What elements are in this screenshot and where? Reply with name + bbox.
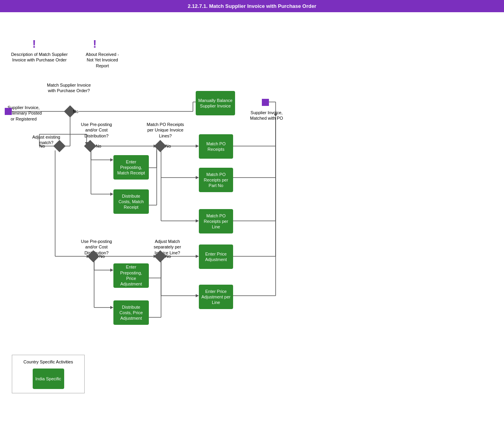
- adjust-separately-label: Adjust Match separately per Invoice Line…: [148, 239, 187, 256]
- svg-marker-33: [196, 176, 199, 179]
- no-label-1: No: [73, 109, 78, 114]
- svg-marker-28: [110, 193, 113, 196]
- country-specific-label: Country Specific Activities: [16, 359, 80, 365]
- distribute-costs-price-box[interactable]: Distribute Costs, Price Adjustment: [113, 300, 149, 325]
- no-label-5: No: [99, 254, 105, 259]
- enter-preposting-price-box[interactable]: Enter Preposting, Price Adjustment: [113, 263, 149, 288]
- no-label-3: No: [96, 143, 101, 149]
- desc-icon: !: [32, 38, 36, 50]
- use-preposting-label-1: Use Pre-posting and/or Cost Distribution…: [77, 122, 116, 139]
- about-icon: !: [93, 38, 96, 50]
- match-po-unique-diamond: [154, 140, 166, 152]
- svg-marker-55: [196, 255, 199, 258]
- match-po-receipts-line-box[interactable]: Match PO Receipts per Line: [199, 209, 233, 233]
- page-title: 2.12.7.1. Match Supplier Invoice with Pu…: [188, 3, 317, 9]
- match-supplier-question: Match Supplier Invoice with Purchase Ord…: [45, 82, 93, 94]
- match-po-receipts-box[interactable]: Match PO Receipts: [199, 134, 233, 159]
- svg-marker-30: [196, 144, 199, 148]
- supplier-invoice-end: Supplier Invoice, Matched with PO: [245, 110, 288, 121]
- no-label-6: No: [165, 254, 171, 259]
- desc-label: Description of Match Supplier Invoice wi…: [6, 52, 73, 63]
- enter-preposting-match-box[interactable]: Enter Preposting, Match Receipt: [113, 155, 149, 180]
- svg-marker-50: [110, 269, 113, 272]
- svg-marker-21: [110, 158, 113, 161]
- manually-balance-box[interactable]: Manually Balance Supplier Invoice: [196, 91, 235, 115]
- india-specific-box[interactable]: India Specific: [33, 369, 64, 389]
- title-bar: 2.12.7.1. Match Supplier Invoice with Pu…: [0, 0, 504, 12]
- end-box: [262, 99, 269, 106]
- match-po-receipts-part-box[interactable]: Match PO Receipts per Part No: [199, 168, 233, 192]
- diagram-container: ! ! Description of Match Supplier Invoic…: [0, 12, 504, 430]
- enter-price-adjustment-box[interactable]: Enter Price Adjustment: [199, 245, 233, 269]
- use-preposting-diamond-1: [84, 140, 96, 152]
- svg-marker-53: [110, 306, 113, 309]
- svg-marker-58: [196, 294, 199, 297]
- enter-price-adjustment-line-box[interactable]: Enter Price Adjustment per Line: [199, 285, 233, 309]
- svg-marker-36: [196, 219, 199, 222]
- match-po-unique-label: Match PO Receipts per Unique Invoice Lin…: [146, 122, 185, 139]
- legend-box: Country Specific Activities India Specif…: [12, 355, 85, 393]
- no-label-4: No: [165, 143, 171, 149]
- start-box: [5, 108, 12, 115]
- no-label-2: No: [39, 143, 45, 149]
- distribute-costs-match-box[interactable]: Distribute Costs, Match Receipt: [113, 189, 149, 214]
- about-label: About Received - Not Yet Invoiced Report: [83, 52, 122, 69]
